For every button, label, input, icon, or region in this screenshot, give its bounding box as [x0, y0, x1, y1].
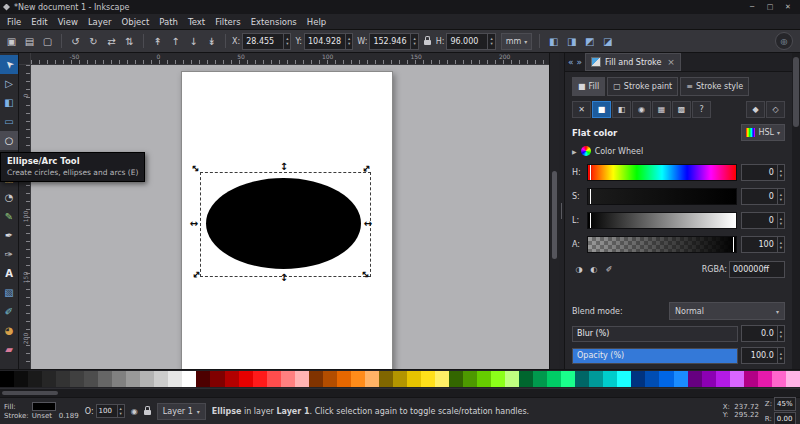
- palette-swatch[interactable]: [589, 371, 603, 387]
- palette-swatch[interactable]: [351, 371, 365, 387]
- scale-handle-s[interactable]: ↕: [278, 271, 290, 283]
- cms-icon[interactable]: ◑: [572, 263, 586, 276]
- palette-swatch[interactable]: [617, 371, 631, 387]
- unknown-paint-icon[interactable]: ?: [692, 101, 711, 118]
- layer-lock-icon[interactable]: [144, 410, 151, 415]
- deselect-icon[interactable]: ▢: [39, 33, 56, 50]
- palette-swatch[interactable]: [758, 371, 772, 387]
- rotate-ccw-icon[interactable]: ↺: [67, 33, 84, 50]
- rotation-input[interactable]: 0.00: [774, 412, 796, 424]
- palette-swatch[interactable]: [702, 371, 716, 387]
- lightness-slider[interactable]: [587, 212, 737, 229]
- palette-swatch[interactable]: [547, 371, 561, 387]
- color-mode-dropdown[interactable]: HSL ▾: [741, 124, 785, 141]
- palette-swatch[interactable]: [239, 371, 253, 387]
- fill-rule-evenodd-icon[interactable]: ◇: [766, 101, 785, 118]
- dock-float-icon[interactable]: »: [577, 57, 583, 67]
- palette-swatch[interactable]: [98, 371, 112, 387]
- palette-swatch[interactable]: [14, 371, 28, 387]
- opacity-slider[interactable]: Opacity (%): [572, 348, 738, 364]
- palette-swatch[interactable]: [505, 371, 519, 387]
- palette-swatch[interactable]: [225, 371, 239, 387]
- ellipse-tool-icon[interactable]: ○: [0, 131, 18, 150]
- palette-swatch[interactable]: [56, 371, 70, 387]
- menu-item[interactable]: Edit: [26, 17, 52, 27]
- y-position-input[interactable]: 104.928 ▴▾: [304, 33, 353, 50]
- palette-swatch[interactable]: [267, 371, 281, 387]
- blur-slider[interactable]: Blur (%): [572, 326, 738, 342]
- palette-swatch[interactable]: [0, 371, 14, 387]
- close-button[interactable]: ✕: [779, 0, 797, 14]
- palette-swatch[interactable]: [84, 371, 98, 387]
- fill-color-swatch[interactable]: [32, 402, 56, 411]
- palette-swatch[interactable]: [407, 371, 421, 387]
- palette-swatch[interactable]: [561, 371, 575, 387]
- color-wheel-expander[interactable]: ▶ Color Wheel: [572, 146, 785, 156]
- palette-swatch[interactable]: [253, 371, 267, 387]
- palette-swatch[interactable]: [533, 371, 547, 387]
- gradient-tool-icon[interactable]: ▧: [0, 283, 18, 302]
- pen-tool-icon[interactable]: ✒: [0, 226, 18, 245]
- stepper-buttons[interactable]: ▴▾: [410, 34, 417, 49]
- scrollbar-thumb[interactable]: [793, 57, 799, 127]
- pattern-icon[interactable]: ▦: [652, 101, 671, 118]
- palette-swatch[interactable]: [463, 371, 477, 387]
- stroke-value[interactable]: Unset: [32, 412, 56, 420]
- stepper-buttons[interactable]: ▴▾: [777, 326, 784, 341]
- menu-item[interactable]: View: [53, 17, 83, 27]
- alpha-slider[interactable]: [587, 236, 737, 253]
- palette-swatch[interactable]: [716, 371, 730, 387]
- selector-tool-icon[interactable]: ➤: [0, 55, 18, 74]
- scale-stroke-toggle-icon[interactable]: ◧: [545, 33, 562, 50]
- palette-swatch[interactable]: [281, 371, 295, 387]
- lock-ratio-icon[interactable]: [424, 40, 431, 45]
- palette-swatch[interactable]: [730, 371, 744, 387]
- scale-corners-toggle-icon[interactable]: ◨: [563, 33, 580, 50]
- spiral-tool-icon[interactable]: ◔: [0, 188, 18, 207]
- menu-item[interactable]: Filters: [210, 17, 245, 27]
- palette-swatch[interactable]: [645, 371, 659, 387]
- move-gradients-toggle-icon[interactable]: ◩: [581, 33, 598, 50]
- radial-gradient-icon[interactable]: ◉: [632, 101, 651, 118]
- palette-swatch[interactable]: [295, 371, 309, 387]
- palette-swatch[interactable]: [210, 371, 224, 387]
- palette-swatch[interactable]: [28, 371, 42, 387]
- palette-swatch[interactable]: [126, 371, 140, 387]
- menu-item[interactable]: Path: [154, 17, 183, 27]
- height-input[interactable]: 96.000 ▴▾: [446, 33, 495, 50]
- flat-color-icon[interactable]: ■: [592, 101, 611, 118]
- units-dropdown[interactable]: mm▾: [501, 33, 533, 50]
- palette-swatch[interactable]: [379, 371, 393, 387]
- palette-swatch[interactable]: [365, 371, 379, 387]
- alpha-input[interactable]: 100 ▴▾: [741, 236, 785, 253]
- stepper-buttons[interactable]: ▴▾: [117, 405, 124, 417]
- palette-swatch[interactable]: [659, 371, 673, 387]
- palette-swatch[interactable]: [196, 371, 210, 387]
- raise-icon[interactable]: ↑: [167, 33, 184, 50]
- zoom-input[interactable]: 45%: [774, 397, 796, 411]
- palette-swatch[interactable]: [435, 371, 449, 387]
- palette-swatch[interactable]: [603, 371, 617, 387]
- dropper-tool-icon[interactable]: ✐: [0, 302, 18, 321]
- wheel-toggle-icon[interactable]: ◐: [587, 263, 601, 276]
- blend-mode-dropdown[interactable]: Normal ▾: [669, 302, 785, 320]
- raise-to-top-icon[interactable]: ↟: [149, 33, 166, 50]
- stepper-buttons[interactable]: ▴▾: [777, 348, 784, 363]
- saturation-input[interactable]: 0 ▴▾: [741, 188, 785, 205]
- stepper-buttons[interactable]: ▴▾: [487, 34, 494, 49]
- rectangle-tool-icon[interactable]: ▭: [0, 112, 18, 131]
- panel-scrollbar[interactable]: [792, 53, 800, 369]
- menu-item[interactable]: Text: [183, 17, 210, 27]
- palette-swatch[interactable]: [519, 371, 533, 387]
- hue-slider[interactable]: [587, 164, 737, 181]
- scrollbar-thumb[interactable]: [2, 391, 58, 395]
- eraser-tool-icon[interactable]: ▰: [0, 340, 18, 359]
- palette-swatch[interactable]: [323, 371, 337, 387]
- menu-item[interactable]: File: [2, 17, 26, 27]
- canvas-viewport[interactable]: ↔ ↕ ↔ ↔ ↔ ↔ ↕ ↔: [31, 65, 549, 369]
- palette-swatch[interactable]: [772, 371, 786, 387]
- dialog-tab-fill-and-stroke[interactable]: Fill and Stroke ×: [585, 53, 681, 71]
- lower-to-bottom-icon[interactable]: ↡: [203, 33, 220, 50]
- vertical-scrollbar[interactable]: [549, 53, 559, 369]
- palette-swatch[interactable]: [393, 371, 407, 387]
